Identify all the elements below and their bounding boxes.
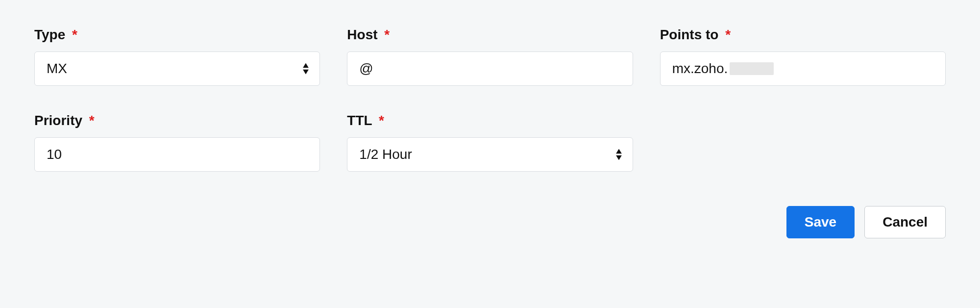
priority-label: Priority *: [34, 113, 320, 128]
redacted-text: [730, 62, 774, 75]
ttl-field: TTL * 1/2 Hour: [347, 113, 633, 172]
ttl-select[interactable]: 1/2 Hour: [347, 137, 633, 172]
priority-input[interactable]: 10: [34, 137, 320, 172]
select-arrows-icon: [302, 63, 310, 75]
type-field: Type * MX: [34, 27, 320, 86]
priority-field: Priority * 10: [34, 113, 320, 172]
select-arrows-icon: [615, 149, 623, 160]
save-button-label: Save: [805, 214, 836, 230]
ttl-label-text: TTL: [347, 113, 372, 128]
svg-marker-1: [303, 70, 309, 75]
type-label-text: Type: [34, 27, 65, 42]
priority-input-value: 10: [47, 147, 62, 162]
type-select-value: MX: [47, 61, 67, 77]
required-asterisk: *: [89, 113, 95, 128]
cancel-button[interactable]: Cancel: [864, 206, 946, 238]
svg-marker-0: [303, 63, 309, 68]
host-input[interactable]: @: [347, 51, 633, 86]
priority-label-text: Priority: [34, 113, 82, 128]
save-button[interactable]: Save: [786, 206, 855, 238]
points-to-input[interactable]: mx.zoho.: [660, 51, 946, 86]
host-label-text: Host: [347, 27, 377, 42]
required-asterisk: *: [379, 113, 384, 128]
ttl-label: TTL *: [347, 113, 633, 128]
type-select[interactable]: MX: [34, 51, 320, 86]
points-to-input-value: mx.zoho.: [672, 61, 728, 77]
required-asterisk: *: [72, 27, 77, 42]
svg-marker-3: [616, 155, 622, 160]
form-actions: Save Cancel: [34, 206, 946, 238]
points-to-field: Points to * mx.zoho.: [660, 27, 946, 86]
required-asterisk: *: [725, 27, 731, 42]
svg-marker-2: [616, 149, 622, 154]
host-label: Host *: [347, 27, 633, 43]
cancel-button-label: Cancel: [882, 214, 928, 230]
ttl-select-value: 1/2 Hour: [359, 147, 412, 162]
host-input-value: @: [359, 61, 373, 77]
points-to-label-text: Points to: [660, 27, 719, 42]
required-asterisk: *: [384, 27, 390, 42]
points-to-label: Points to *: [660, 27, 946, 43]
type-label: Type *: [34, 27, 320, 43]
host-field: Host * @: [347, 27, 633, 86]
